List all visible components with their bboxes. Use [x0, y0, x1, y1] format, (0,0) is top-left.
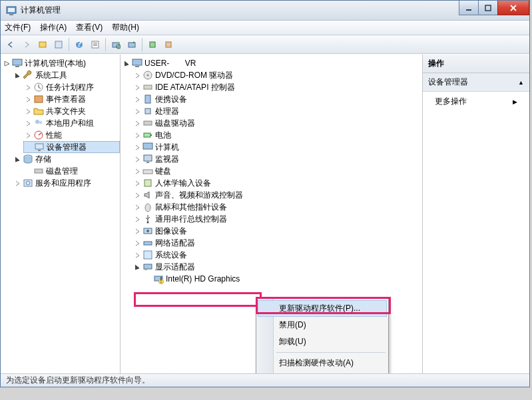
tree-performance[interactable]: 性能 [23, 129, 120, 141]
ctx-scan[interactable]: 扫描检测硬件改动(A) [258, 355, 387, 371]
svg-rect-52 [144, 264, 152, 269]
forward-button[interactable] [19, 37, 34, 52]
help-button[interactable]: ? [72, 37, 87, 52]
event-icon [33, 94, 44, 104]
tree-device-manager[interactable]: 设备管理器 [23, 141, 120, 153]
menu-action[interactable]: 操作(A) [40, 22, 67, 33]
tree-system-tools[interactable]: 系统工具 [13, 69, 120, 81]
minimize-button[interactable] [459, 1, 479, 15]
device-tree[interactable]: USER- VR DVD/CD-ROM 驱动器 IDE ATA/ATAPI 控制… [121, 55, 422, 288]
svg-rect-51 [144, 251, 152, 259]
expand-icon[interactable] [25, 120, 32, 127]
update-button[interactable] [125, 37, 139, 52]
svg-rect-38 [144, 121, 152, 125]
device-intel-hd-graphics[interactable]: ! Intel(R) HD Graphics [143, 273, 422, 285]
expand-icon[interactable] [25, 96, 32, 103]
collapse-icon[interactable] [134, 264, 141, 271]
tree-disk-management[interactable]: 磁盘管理 [23, 165, 120, 177]
device-manager-icon [34, 142, 45, 152]
properties-button[interactable] [88, 37, 103, 52]
device-category[interactable]: 图像设备 [133, 225, 422, 237]
tree-task-scheduler[interactable]: 任务计划程序 [23, 81, 120, 93]
titlebar: 计算机管理 [1, 1, 529, 21]
device-category[interactable]: 声音、视频和游戏控制器 [133, 189, 422, 201]
folder-icon [33, 106, 44, 116]
device-category[interactable]: DVD/CD-ROM 驱动器 [133, 69, 422, 81]
ctx-update-driver[interactable]: 更新驱动程序软件(P)... [258, 300, 387, 317]
device-category[interactable]: 计算机 [133, 141, 422, 153]
svg-rect-12 [93, 45, 97, 46]
expand-icon[interactable] [25, 84, 32, 91]
device-category[interactable]: 网络适配器 [133, 237, 422, 249]
keyboard-icon [142, 166, 153, 176]
expand-icon[interactable] [25, 108, 32, 115]
close-button[interactable] [497, 1, 529, 15]
svg-rect-25 [35, 144, 43, 149]
device-category[interactable]: 电池 [133, 129, 422, 141]
expand-icon[interactable] [25, 132, 32, 139]
collapse-icon[interactable] [14, 156, 21, 163]
svg-rect-2 [9, 14, 13, 15]
device-category[interactable]: 人体学输入设备 [133, 177, 422, 189]
device-display-adapters[interactable]: 显示适配器 [133, 261, 422, 273]
device-category[interactable]: 便携设备 [133, 93, 422, 105]
maximize-button[interactable] [478, 1, 498, 15]
toolbar-button-1[interactable] [35, 37, 50, 52]
device-category[interactable]: 键盘 [133, 165, 422, 177]
tree-shared-folders[interactable]: 共享文件夹 [23, 105, 120, 117]
collapse-icon[interactable] [3, 60, 11, 67]
menu-file[interactable]: 文件(F) [5, 22, 31, 33]
device-category[interactable]: 通用串行总线控制器 [133, 213, 422, 225]
toolbar-button-2[interactable] [51, 37, 66, 52]
device-category[interactable]: 系统设备 [133, 249, 422, 261]
disk-icon [33, 166, 44, 176]
menu-help[interactable]: 帮助(H) [112, 22, 139, 33]
scan-button[interactable] [109, 37, 123, 52]
svg-rect-40 [150, 134, 152, 136]
monitor-icon [142, 154, 153, 164]
window-buttons [459, 1, 529, 20]
device-tree-root[interactable]: USER- VR [122, 57, 422, 69]
collapse-icon[interactable] [14, 72, 21, 79]
tree-local-users[interactable]: 本地用户和组 [23, 117, 120, 129]
cd-icon [142, 70, 153, 81]
device-category[interactable]: 监视器 [133, 153, 422, 165]
expand-icon[interactable] [14, 180, 21, 187]
svg-rect-6 [55, 41, 62, 48]
tree-services[interactable]: 服务和应用程序 [13, 177, 120, 189]
devices-button[interactable] [145, 37, 160, 52]
right-panel: 操作 设备管理器 ▲ 更多操作 ▶ [423, 55, 529, 373]
show-hidden-button[interactable] [161, 37, 176, 52]
svg-rect-26 [38, 150, 41, 151]
svg-rect-17 [166, 42, 171, 47]
svg-rect-4 [485, 5, 491, 11]
device-category[interactable]: 处理器 [133, 105, 422, 117]
performance-icon [33, 130, 44, 140]
svg-rect-19 [15, 66, 19, 67]
highlight-device [134, 292, 262, 307]
ctx-disable[interactable]: 禁用(D) [258, 317, 387, 333]
collapse-icon[interactable] [123, 60, 131, 67]
actions-subheader[interactable]: 设备管理器 ▲ [423, 73, 529, 92]
svg-point-22 [35, 120, 39, 124]
ctx-uninstall[interactable]: 卸载(U) [258, 333, 387, 350]
svg-rect-15 [129, 43, 135, 47]
back-button[interactable] [3, 37, 18, 52]
tree-event-viewer[interactable]: 事件查看器 [23, 93, 120, 105]
management-tree[interactable]: 计算机管理(本地) 系统工具 任务计划程序 事件查 [1, 55, 120, 192]
tree-storage[interactable]: 存储 [13, 153, 120, 165]
toolbar: ? [1, 35, 529, 54]
wrench-icon [23, 70, 33, 81]
actions-more[interactable]: 更多操作 ▶ [423, 92, 529, 111]
device-category[interactable]: 鼠标和其他指针设备 [133, 201, 422, 213]
tree-root[interactable]: 计算机管理(本地) [2, 57, 120, 69]
device-category[interactable]: 磁盘驱动器 [133, 117, 422, 129]
svg-point-49 [146, 230, 149, 232]
menu-view[interactable]: 查看(V) [76, 22, 103, 33]
toolbar-separator [105, 38, 106, 51]
device-category[interactable]: IDE ATA/ATAPI 控制器 [133, 81, 422, 93]
display-adapter-warning-icon: ! [153, 274, 164, 284]
svg-text:?: ? [77, 40, 81, 49]
svg-point-47 [147, 222, 149, 224]
computer-icon [132, 58, 142, 69]
